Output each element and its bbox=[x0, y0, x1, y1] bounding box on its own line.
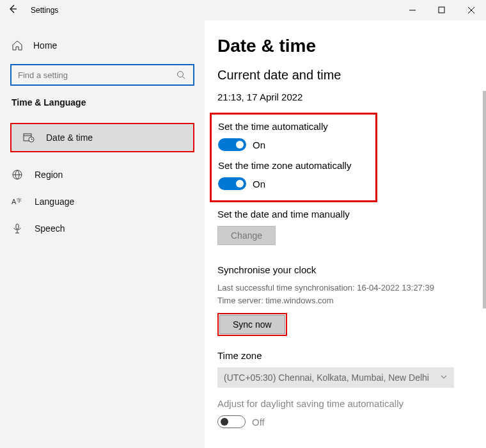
language-icon: A字 bbox=[12, 196, 23, 207]
nav-item-language[interactable]: A字 Language bbox=[0, 188, 205, 215]
sync-header: Synchronise your clock bbox=[217, 264, 486, 275]
search-field[interactable] bbox=[18, 70, 175, 80]
nav-item-region[interactable]: Region bbox=[0, 161, 205, 188]
sync-now-button[interactable]: Sync now bbox=[219, 315, 285, 334]
search-icon bbox=[175, 69, 187, 81]
nav-item-date-time[interactable]: Date & time bbox=[10, 123, 194, 152]
nav-home[interactable]: Home bbox=[0, 33, 205, 58]
microphone-icon bbox=[12, 223, 23, 234]
close-button[interactable] bbox=[457, 0, 486, 20]
close-icon bbox=[467, 6, 475, 14]
nav-section-header: Time & Language bbox=[0, 97, 205, 114]
maximize-icon bbox=[438, 6, 446, 14]
back-arrow-icon bbox=[8, 4, 18, 14]
maximize-button[interactable] bbox=[427, 0, 457, 20]
dst-label: Adjust for daylight saving time automati… bbox=[217, 398, 486, 409]
nav-item-speech[interactable]: Speech bbox=[0, 215, 205, 242]
home-icon bbox=[12, 40, 23, 51]
auto-tz-state: On bbox=[253, 179, 265, 189]
timezone-value: (UTC+05:30) Chennai, Kolkata, Mumbai, Ne… bbox=[224, 372, 429, 383]
svg-point-1 bbox=[178, 72, 184, 77]
minimize-icon bbox=[409, 6, 416, 14]
page-subtitle: Current date and time bbox=[217, 68, 486, 83]
svg-rect-7 bbox=[16, 224, 19, 229]
chevron-down-icon bbox=[440, 372, 448, 383]
auto-time-toggle[interactable] bbox=[218, 138, 246, 151]
sidebar: Home Time & Language Date & time Region bbox=[0, 20, 205, 448]
auto-tz-toggle[interactable] bbox=[218, 177, 246, 190]
svg-text:A: A bbox=[12, 198, 17, 205]
scrollbar[interactable] bbox=[483, 91, 486, 308]
tz-header: Time zone bbox=[217, 350, 486, 361]
auto-time-label: Set the time automatically bbox=[218, 121, 368, 132]
manual-label: Set the date and time manually bbox=[217, 209, 486, 220]
nav-item-label: Date & time bbox=[46, 132, 93, 143]
sync-last: Last successful time synchronisation: 16… bbox=[217, 282, 486, 294]
globe-icon bbox=[12, 169, 23, 180]
back-button[interactable] bbox=[0, 4, 26, 17]
dst-state: Off bbox=[252, 417, 265, 428]
nav-item-label: Region bbox=[35, 170, 63, 180]
auto-tz-label: Set the time zone automatically bbox=[218, 160, 368, 171]
svg-text:字: 字 bbox=[17, 198, 22, 204]
highlight-box-auto: Set the time automatically On Set the ti… bbox=[210, 113, 377, 202]
svg-rect-0 bbox=[439, 7, 444, 13]
search-input[interactable] bbox=[10, 64, 194, 86]
auto-time-state: On bbox=[253, 140, 265, 150]
timezone-select: (UTC+05:30) Chennai, Kolkata, Mumbai, Ne… bbox=[217, 367, 454, 388]
titlebar: Settings bbox=[0, 0, 486, 20]
minimize-button[interactable] bbox=[398, 0, 427, 20]
change-button: Change bbox=[217, 226, 276, 245]
window-title: Settings bbox=[31, 6, 58, 15]
nav-item-label: Speech bbox=[35, 223, 65, 234]
content-area: Date & time Current date and time 21:13,… bbox=[205, 20, 486, 448]
sync-server: Time server: time.windows.com bbox=[217, 294, 486, 307]
dst-toggle bbox=[217, 415, 246, 428]
nav-item-label: Language bbox=[35, 196, 74, 207]
nav-home-label: Home bbox=[33, 40, 57, 51]
highlight-box-sync: Sync now bbox=[217, 313, 287, 336]
page-title: Date & time bbox=[217, 36, 486, 56]
calendar-clock-icon bbox=[23, 132, 35, 143]
current-datetime: 21:13, 17 April 2022 bbox=[217, 92, 486, 102]
